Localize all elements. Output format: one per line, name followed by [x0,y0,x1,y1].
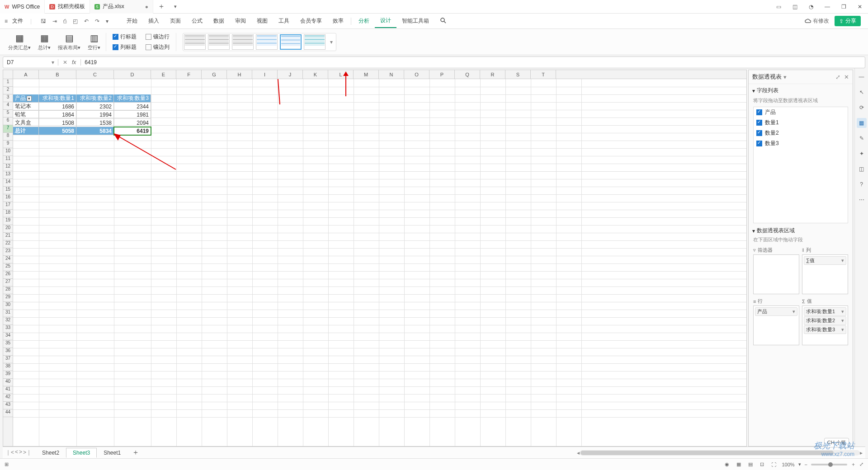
row-header-1[interactable]: 1 [3,79,13,87]
ribbon-blankrow[interactable]: ▥空行 ▾ [84,33,104,51]
sheet-tab-3[interactable]: Sheet3 [66,448,97,458]
menu-analyze[interactable]: 分析 [353,14,375,28]
filter-dropdown-icon[interactable]: ▾ [27,96,32,101]
doc-tab-spreadsheet[interactable]: S 产品.xlsx ● [90,0,153,14]
row-header-12[interactable]: 12 [3,164,13,171]
close-panel-icon[interactable]: ✕ [844,74,849,80]
area-rows[interactable]: 产品▾ [753,306,799,345]
row-header-40[interactable]: 40 [3,379,13,386]
check-col-header[interactable] [113,44,118,50]
style-swatch-2[interactable] [208,34,230,50]
view-page-icon[interactable]: ▤ [746,461,755,468]
sheet-last-icon[interactable]: >｜ [23,449,32,456]
menu-page[interactable]: 页面 [165,14,186,28]
menu-icon[interactable]: ≡ [3,17,9,25]
col-header-A[interactable]: A [13,70,39,79]
row-header-19[interactable]: 19 [3,217,13,225]
ribbon-subtotal[interactable]: ▦分类汇总 ▾ [5,33,34,51]
col-header-C[interactable]: C [76,70,114,79]
area-filter[interactable] [753,254,799,294]
menu-data[interactable]: 数据 [208,14,230,28]
row-header-27[interactable]: 27 [3,279,13,287]
row-header-2[interactable]: 2 [3,87,13,94]
check-band-row[interactable] [146,34,151,40]
gallery-more-icon[interactable]: ▾ [328,39,335,45]
zoom-out-icon[interactable]: − [805,462,807,467]
col-header-J[interactable]: J [278,70,303,79]
row-header-8[interactable]: 8 [3,133,13,141]
print-icon[interactable]: ⎙ [61,17,68,25]
row-header-28[interactable]: 28 [3,287,13,294]
row-header-22[interactable]: 22 [3,240,13,248]
row-header-4[interactable]: 4 [3,102,13,110]
tab-dropdown[interactable]: ▾ [170,4,181,9]
field-check[interactable] [756,120,762,126]
file-menu[interactable]: 文件 [12,17,23,25]
preview-icon[interactable]: ◰ [71,17,80,25]
row-header-16[interactable]: 16 [3,194,13,202]
col-header-N[interactable]: N [379,70,404,79]
field-check[interactable] [756,109,762,115]
area-tag-qty3[interactable]: 求和项:数量3▾ [804,325,846,334]
row-header-17[interactable]: 17 [3,202,13,210]
check-band-col[interactable] [146,44,151,50]
col-header-P[interactable]: P [429,70,455,79]
col-header-I[interactable]: I [252,70,278,79]
row-header-37[interactable]: 37 [3,356,13,363]
area-tag-product[interactable]: 产品▾ [755,307,797,316]
row-header-42[interactable]: 42 [3,394,13,402]
row-header-39[interactable]: 39 [3,371,13,379]
row-header-14[interactable]: 14 [3,179,13,187]
add-sheet-button[interactable]: ＋ [127,448,144,457]
more-icon[interactable]: ⋯ [857,195,867,205]
zoom-value[interactable]: 100% [782,462,794,467]
fx-icon[interactable]: fx [72,59,76,66]
row-header-7[interactable]: 7 [3,125,13,133]
new-tab-button[interactable]: ＋ [153,2,170,11]
pivot-panel-icon[interactable]: ▦ [857,118,867,128]
col-header-B[interactable]: B [39,70,76,79]
field-check[interactable] [756,141,762,146]
menu-insert[interactable]: 插入 [143,14,165,28]
col-header-M[interactable]: M [354,70,379,79]
share-button[interactable]: ⇪ 分享 [835,16,861,26]
row-header-34[interactable]: 34 [3,333,13,340]
style-swatch-1[interactable] [184,34,206,50]
row-header-30[interactable]: 30 [3,302,13,310]
style-icon[interactable]: ✎ [857,133,867,143]
row-header-18[interactable]: 18 [3,210,13,217]
area-columns[interactable]: ∑值▾ [802,254,848,294]
sheet-next-icon[interactable]: > [19,449,22,456]
row-header-32[interactable]: 32 [3,317,13,325]
user-icon[interactable]: ◔ [803,0,819,14]
row-header-20[interactable]: 20 [3,225,13,233]
col-header-S[interactable]: S [505,70,531,79]
sheet-tab-1[interactable]: Sheet1 [97,448,127,458]
formula-input[interactable]: 6419 [81,59,865,66]
check-row-header[interactable] [113,34,118,40]
app-tab[interactable]: W WPS Office [0,0,45,14]
view-full-icon[interactable]: ⛶ [769,461,778,468]
col-header-O[interactable]: O [404,70,429,79]
more-dropdown-icon[interactable]: ▾ [104,17,110,25]
area-values[interactable]: 求和项:数量1▾ 求和项:数量2▾ 求和项:数量3▾ [802,306,848,345]
row-header-10[interactable]: 10 [3,148,13,156]
pin-icon[interactable]: ⤢ [835,74,840,80]
area-tag-qty1[interactable]: 求和项:数量1▾ [804,307,846,316]
maximize-button[interactable]: ❐ [835,0,852,14]
row-header-38[interactable]: 38 [3,363,13,371]
row-header-23[interactable]: 23 [3,248,13,256]
chevron-down-icon[interactable]: ▾ [783,74,787,80]
chart-icon[interactable]: ✦ [857,149,867,159]
row-header-35[interactable]: 35 [3,340,13,348]
select-icon[interactable]: ↖ [857,87,867,97]
zoom-in-icon[interactable]: ＋ [851,461,856,468]
view-normal-icon[interactable]: ▦ [735,461,743,468]
menu-member[interactable]: 会员专享 [295,14,327,28]
sheet-prev-icon[interactable]: < [15,449,18,456]
settings-icon[interactable]: ⟳ [857,103,867,113]
zoom-slider[interactable] [811,464,847,465]
col-header-D[interactable]: D [114,70,151,79]
col-header-G[interactable]: G [202,70,227,79]
row-header-29[interactable]: 29 [3,294,13,302]
